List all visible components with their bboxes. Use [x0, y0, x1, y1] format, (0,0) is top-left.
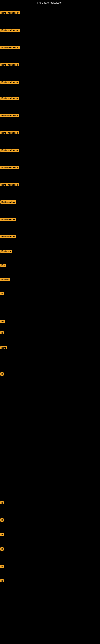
bottleneck-badge-b16: Bot	[0, 264, 6, 268]
bottleneck-badge-b5: Bottleneck resu	[0, 80, 19, 84]
bottleneck-badge-b25: B	[0, 533, 3, 537]
bottleneck-badge-b8: Bottleneck resu	[0, 131, 19, 135]
bottleneck-badge-b2: Bottleneck result	[0, 28, 20, 32]
bottleneck-badge-b3: Bottleneck result	[0, 46, 20, 50]
bottleneck-badge-b4: Bottleneck resu	[0, 63, 19, 67]
bottleneck-badge-b24: B	[0, 518, 3, 522]
bottleneck-badge-b7: Bottleneck resu	[0, 114, 19, 118]
bottleneck-badge-b6: Bottleneck resu	[0, 96, 19, 100]
bottleneck-badge-b22: B	[0, 372, 3, 376]
bottleneck-badge-b12: Bottleneck re	[0, 200, 16, 204]
bottleneck-badge-b19: Bo	[0, 320, 5, 324]
bottleneck-badge-b10: Bottleneck resu	[0, 166, 19, 170]
bottleneck-badge-b27: B	[0, 565, 3, 569]
bottleneck-badge-b18: B	[0, 292, 4, 296]
bottleneck-badge-b15: Bottlenec	[0, 250, 12, 254]
bottleneck-badge-b11: Bottleneck resu	[0, 183, 19, 187]
bottleneck-badge-b26: B	[0, 548, 3, 552]
site-title: TheBottlenecker.com	[0, 0, 100, 5]
bottleneck-badge-b17: Bottlen	[0, 278, 10, 282]
bottleneck-badge-b13: Bottleneck re	[0, 218, 16, 222]
bottleneck-badge-b23: B	[0, 501, 3, 505]
bottleneck-badge-b14: Bottleneck re	[0, 235, 16, 239]
bottleneck-badge-b1: Bottleneck result	[0, 11, 20, 15]
bottleneck-badge-b21: Bott	[0, 346, 7, 350]
bottleneck-badge-b20: B	[0, 331, 3, 335]
bottleneck-badge-b9: Bottleneck resu	[0, 148, 19, 152]
bottleneck-badge-b28: B	[0, 579, 3, 583]
